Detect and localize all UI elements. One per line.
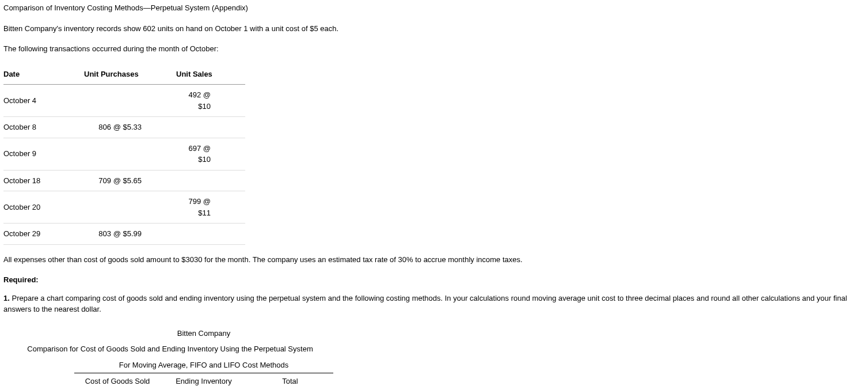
cell-purchases: 806 @ $5.33 [84,117,176,138]
cell-sales [176,170,245,191]
col-header-ending: Ending Inventory [161,373,247,387]
cell-sales: 697 @ $10 [176,138,245,170]
cell-sales: 799 @ $11 [176,191,245,224]
transaction-row: October 20799 @ $11 [3,191,245,224]
transaction-row: October 29803 @ $5.99 [3,224,245,245]
required-label: Required: [3,274,865,286]
col-header-total: Total [247,373,333,387]
problem-title: Comparison of Inventory Costing Methods—… [3,2,865,14]
cell-date: October 20 [3,191,84,224]
cell-purchases [84,191,176,224]
intro-paragraph-3: All expenses other than cost of goods so… [3,254,865,266]
answer-title-3: For Moving Average, FIFO and LIFO Cost M… [74,357,333,373]
cell-date: October 4 [3,85,84,117]
col-header-cogs: Cost of Goods Sold [74,373,161,387]
transaction-row: October 4492 @ $10 [3,85,245,117]
cell-purchases: 709 @ $5.65 [84,170,176,191]
intro-paragraph-1: Bitten Company's inventory records show … [3,23,865,35]
answer-title-1: Bitten Company [74,326,333,342]
transaction-row: October 9697 @ $10 [3,138,245,170]
question-1: 1. Prepare a chart comparing cost of goo… [3,293,865,315]
col-header-sales: Unit Sales [176,64,245,85]
cell-date: October 29 [3,224,84,245]
transaction-row: October 8806 @ $5.33 [3,117,245,138]
cell-date: October 8 [3,117,84,138]
answer-chart: Bitten Company Comparison for Cost of Go… [7,326,333,387]
cell-sales: 492 @ $10 [176,85,245,117]
cell-sales [176,224,245,245]
col-header-purchases: Unit Purchases [84,64,176,85]
cell-purchases [84,85,176,117]
question-1-text: Prepare a chart comparing cost of goods … [3,294,847,314]
col-header-date: Date [3,64,84,85]
cell-date: October 18 [3,170,84,191]
cell-date: October 9 [3,138,84,170]
question-1-number: 1. [3,294,10,302]
transaction-row: October 18709 @ $5.65 [3,170,245,191]
cell-sales [176,117,245,138]
cell-purchases: 803 @ $5.99 [84,224,176,245]
cell-purchases [84,138,176,170]
answer-title-2: Comparison for Cost of Goods Sold and En… [7,341,333,357]
transactions-table: Date Unit Purchases Unit Sales October 4… [3,64,245,245]
intro-paragraph-2: The following transactions occurred duri… [3,43,865,55]
